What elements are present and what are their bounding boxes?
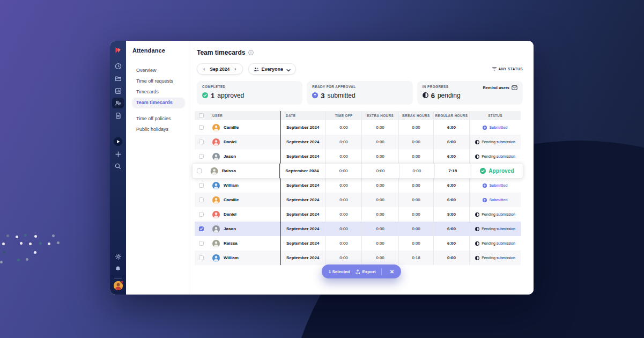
- status-badge: Pending submission: [475, 155, 515, 159]
- prev-month-icon[interactable]: ‹: [202, 67, 206, 72]
- table-row[interactable]: JasonSeptember 20240:000:000:006:00Pendi…: [195, 149, 521, 164]
- close-selection-icon[interactable]: ✕: [387, 269, 397, 275]
- document-icon[interactable]: [112, 110, 124, 121]
- table-row[interactable]: JasonSeptember 20240:000:000:006:00Pendi…: [195, 222, 521, 236]
- search-icon[interactable]: [112, 161, 124, 172]
- half-circle-icon: [423, 91, 428, 100]
- submitted-icon: [483, 183, 487, 188]
- table-row[interactable]: CamilleSeptember 20240:000:000:006:00Sub…: [195, 120, 521, 135]
- table-row[interactable]: WilliamSeptember 20240:000:000:006:00Sub…: [195, 178, 521, 193]
- date-cell: September 2024: [280, 236, 325, 251]
- row-checkbox[interactable]: [199, 212, 204, 217]
- extra-hours-cell: 0:00: [361, 236, 398, 251]
- sidebar-item-time-off-policies[interactable]: Time off policies: [132, 114, 184, 123]
- remind-users-button[interactable]: Remind users: [483, 85, 517, 90]
- col-time-off[interactable]: TIME OFF: [325, 111, 361, 120]
- clock-icon[interactable]: [112, 61, 124, 71]
- table-row[interactable]: RaissaSeptember 20240:000:000:006:00Pend…: [195, 236, 521, 251]
- background: Attendance OverviewTime off requestsTime…: [0, 0, 644, 338]
- col-extra-hours[interactable]: EXTRA HOURS: [361, 111, 398, 120]
- user-avatar: [212, 138, 220, 146]
- date-cell: September 2024: [280, 207, 325, 222]
- pending-icon: [475, 140, 479, 144]
- export-button[interactable]: Export: [355, 269, 375, 274]
- status-badge: Pending submission: [475, 140, 515, 144]
- status-filter[interactable]: ANY STATUS: [492, 67, 523, 71]
- table-row[interactable]: CamilleSeptember 20240:000:000:006:00Sub…: [195, 193, 521, 207]
- break-hours-cell: 0:00: [398, 178, 433, 193]
- audience-dropdown[interactable]: Everyone: [248, 63, 297, 75]
- card-label: COMPLETED: [202, 85, 297, 89]
- break-hours-cell: 0:18: [398, 251, 433, 265]
- info-icon[interactable]: [248, 48, 254, 57]
- table-row[interactable]: DanielSeptember 20240:000:000:009:00Pend…: [195, 207, 521, 222]
- col-user[interactable]: USER: [208, 111, 280, 120]
- decorative-dot: [3, 251, 5, 254]
- col-date[interactable]: DATE: [280, 111, 325, 120]
- status-cell: Submitted: [469, 120, 521, 135]
- row-checkbox[interactable]: [199, 255, 204, 260]
- add-icon[interactable]: [112, 149, 124, 159]
- decorative-dot: [34, 235, 37, 238]
- decorative-dot: [24, 234, 27, 237]
- col-status[interactable]: STATUS: [469, 111, 521, 120]
- profile-avatar[interactable]: [114, 281, 123, 290]
- status-cell: Pending submission: [469, 149, 521, 164]
- notifications-bell-icon[interactable]: [112, 263, 124, 274]
- status-cell: Pending submission: [469, 207, 521, 222]
- toolbar: ‹ Sep 2024 › Everyone ANY STATUS: [197, 63, 523, 75]
- row-checkbox[interactable]: [199, 154, 204, 159]
- table-header: USER DATE TIME OFF EXTRA HOURS BREAK HOU…: [195, 111, 521, 120]
- settings-gear-icon[interactable]: [112, 251, 124, 262]
- approved-icon: [480, 168, 486, 174]
- attendance-icon[interactable]: [112, 98, 124, 108]
- decorative-dot: [6, 234, 9, 237]
- folder-icon[interactable]: [112, 73, 124, 84]
- col-break-hours[interactable]: BREAK HOURS: [398, 111, 433, 120]
- regular-hours-cell: 6:00: [433, 193, 469, 207]
- sidebar-item-team-timecards[interactable]: Team timecards: [132, 98, 184, 107]
- table-row[interactable]: WilliamSeptember 20240:000:000:180:00Pen…: [195, 251, 521, 265]
- app-logo-icon[interactable]: [112, 45, 124, 56]
- decorative-dot: [16, 236, 18, 238]
- card-word: pending: [438, 92, 461, 99]
- icon-rail: [110, 41, 126, 295]
- sidebar-item-overview[interactable]: Overview: [132, 65, 184, 75]
- date-cell: September 2024: [279, 164, 325, 178]
- decorative-dot: [29, 243, 32, 245]
- month-picker[interactable]: ‹ Sep 2024 ›: [197, 63, 243, 75]
- user-avatar: [212, 254, 220, 262]
- row-checkbox[interactable]: [199, 197, 204, 202]
- next-month-icon[interactable]: ›: [233, 67, 237, 72]
- card-count: 6: [431, 92, 435, 100]
- table-row[interactable]: DanielSeptember 20240:000:000:006:00Pend…: [195, 135, 521, 149]
- status-badge: Submitted: [483, 126, 507, 130]
- status-cell: Approved: [471, 164, 523, 178]
- select-all-checkbox[interactable]: [199, 113, 204, 118]
- user-avatar: [212, 211, 220, 218]
- row-checkbox[interactable]: [199, 241, 204, 246]
- regular-hours-cell: 6:00: [433, 120, 469, 135]
- status-badge: Approved: [480, 168, 514, 174]
- filter-icon: [492, 67, 497, 71]
- row-checkbox[interactable]: [199, 226, 204, 231]
- extra-hours-cell: 0:00: [361, 193, 398, 207]
- row-checkbox[interactable]: [199, 183, 204, 188]
- reports-icon[interactable]: [112, 85, 124, 96]
- export-icon: [355, 269, 360, 274]
- user-name: Jason: [224, 154, 236, 159]
- table-row[interactable]: RaissaSeptember 20240:000:000:007:15Appr…: [193, 164, 523, 178]
- break-hours-cell: 0:00: [398, 207, 433, 222]
- pending-icon: [475, 155, 479, 159]
- row-checkbox[interactable]: [199, 139, 204, 144]
- pending-icon: [475, 227, 479, 231]
- row-checkbox[interactable]: [197, 168, 202, 173]
- extra-hours-cell: 0:00: [361, 149, 398, 164]
- sidebar-item-timecards[interactable]: Timecards: [132, 87, 184, 97]
- col-regular-hours[interactable]: REGULAR HOURS: [433, 111, 469, 120]
- regular-hours-cell: 6:00: [433, 236, 469, 251]
- sidebar-item-public-holidays[interactable]: Public holidays: [132, 124, 184, 134]
- sidebar-item-time-off-requests[interactable]: Time off requests: [132, 76, 184, 86]
- row-checkbox[interactable]: [199, 125, 204, 130]
- play-button-icon[interactable]: [112, 136, 124, 147]
